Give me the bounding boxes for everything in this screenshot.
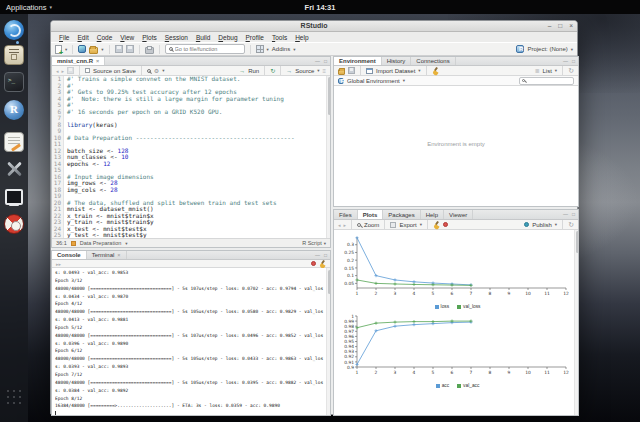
open-file-icon[interactable]: [89, 47, 98, 54]
close-window-icon[interactable]: ×: [569, 23, 573, 30]
console-scrollbar[interactable]: [326, 268, 330, 415]
remove-plot-icon[interactable]: [433, 221, 440, 228]
import-dataset-button[interactable]: Import Dataset: [376, 68, 415, 74]
close-icon[interactable]: ×: [117, 252, 120, 258]
dock-icon-system-tools[interactable]: [4, 159, 24, 179]
dock-icon-r-console[interactable]: [4, 100, 24, 120]
scope-selector[interactable]: Global Environment: [347, 78, 400, 84]
dock-icon-display-settings[interactable]: [4, 187, 24, 207]
rerun-icon[interactable]: ↻: [270, 67, 275, 74]
print-icon[interactable]: [145, 47, 154, 54]
save-source-icon[interactable]: [67, 67, 74, 74]
refresh-icon[interactable]: ↻: [568, 67, 574, 74]
back-icon[interactable]: ◂: [56, 68, 59, 74]
editor-scrollbar[interactable]: [326, 76, 330, 238]
menu-plots[interactable]: Plots: [138, 34, 160, 41]
environment-tab-connections[interactable]: Connections: [411, 57, 455, 65]
import-dataset-dropdown-icon[interactable]: ▾: [418, 68, 420, 73]
console-tab-terminal[interactable]: Terminal×: [87, 251, 127, 259]
clear-all-plots-icon[interactable]: [443, 222, 449, 228]
menu-profile[interactable]: Profile: [242, 34, 268, 41]
load-workspace-icon[interactable]: [338, 69, 345, 75]
environment-tab-history[interactable]: History: [382, 57, 412, 65]
goto-file-box[interactable]: [165, 44, 245, 54]
scope-dropdown-icon[interactable]: ▾: [403, 78, 405, 83]
save-all-icon[interactable]: [126, 45, 134, 53]
export-dropdown-icon[interactable]: ▾: [420, 222, 422, 227]
tab-mnist-cnn[interactable]: mnist_cnn.R ×: [52, 57, 105, 65]
environment-tab-environment[interactable]: Environment: [334, 57, 382, 65]
minimize-pane-icon[interactable]: —: [563, 59, 568, 64]
dock-icon-archive-manager[interactable]: [4, 45, 24, 65]
maximize-pane-icon[interactable]: □: [324, 253, 327, 258]
environment-search-box[interactable]: [519, 77, 574, 85]
menu-view[interactable]: View: [116, 34, 138, 41]
save-workspace-icon[interactable]: [348, 67, 355, 74]
section-dropdown-icon[interactable]: ▾: [125, 241, 127, 246]
pane-layout-dropdown-icon[interactable]: ▾: [267, 47, 269, 52]
list-view-dropdown-icon[interactable]: ▾: [555, 68, 557, 73]
recent-files-dropdown-icon[interactable]: ▾: [101, 47, 103, 52]
menu-edit[interactable]: Edit: [74, 34, 93, 41]
files-tab-packages[interactable]: Packages: [383, 210, 420, 219]
minimize-window-icon[interactable]: ‒: [548, 23, 552, 30]
zoom-plot-button[interactable]: Zoom: [364, 222, 379, 228]
clear-environment-icon[interactable]: [432, 67, 439, 74]
find-replace-icon[interactable]: [147, 69, 151, 73]
menu-code[interactable]: Code: [93, 34, 117, 41]
publish-button[interactable]: Publish: [532, 222, 552, 228]
run-button[interactable]: Run: [248, 68, 259, 74]
minimize-pane-icon[interactable]: —: [315, 253, 320, 258]
save-icon[interactable]: [115, 45, 123, 53]
goto-file-input[interactable]: [175, 46, 241, 52]
section-selector[interactable]: Data Preparation: [80, 240, 122, 246]
menu-file[interactable]: File: [55, 34, 74, 41]
source-button[interactable]: Source: [295, 68, 314, 74]
code-editor[interactable]: 1#' Trains a simple convnet on the MNIST…: [52, 76, 330, 238]
file-type-dropdown-icon[interactable]: ▾: [324, 241, 326, 246]
menu-help[interactable]: Help: [291, 34, 312, 41]
refresh-plots-icon[interactable]: ↻: [568, 221, 574, 228]
menu-debug[interactable]: Debug: [214, 34, 241, 41]
interrupt-r-icon[interactable]: [311, 261, 317, 267]
menu-build[interactable]: Build: [192, 34, 214, 41]
dock-icon-terminal[interactable]: [4, 72, 24, 92]
dock-icon-help-viewer[interactable]: [4, 214, 24, 234]
maximize-pane-icon[interactable]: □: [324, 59, 327, 64]
project-button[interactable]: Project: (None): [527, 46, 567, 52]
list-view-button[interactable]: List: [543, 68, 552, 74]
next-plot-icon[interactable]: ▸: [344, 222, 347, 228]
new-project-icon[interactable]: [78, 45, 86, 53]
files-tab-plots[interactable]: Plots: [358, 210, 384, 219]
title-bar[interactable]: RStudio ‒ □ ×: [51, 21, 577, 32]
dock-icon-text-editor[interactable]: [4, 132, 24, 152]
files-tab-files[interactable]: Files: [334, 210, 358, 219]
maximize-pane-icon[interactable]: □: [572, 212, 575, 217]
export-plot-button[interactable]: Export: [399, 222, 416, 228]
minimize-pane-icon[interactable]: —: [563, 212, 568, 217]
file-type-selector[interactable]: R Script: [302, 240, 322, 246]
files-tab-help[interactable]: Help: [421, 210, 444, 219]
dock-icon-web-browser[interactable]: [4, 20, 24, 40]
source-dropdown-icon[interactable]: ▾: [317, 68, 319, 73]
code-tools-icon[interactable]: ⚙: [154, 67, 159, 74]
addins-dropdown-icon[interactable]: ▾: [293, 47, 295, 52]
files-tab-viewer[interactable]: Viewer: [444, 210, 473, 219]
environment-search-input[interactable]: [527, 78, 571, 84]
new-file-icon[interactable]: [55, 45, 62, 54]
source-on-save-checkbox[interactable]: [85, 68, 90, 73]
console-nav-icon[interactable]: ▸▸: [56, 261, 61, 267]
close-icon[interactable]: ×: [96, 58, 99, 64]
console-tab-console[interactable]: Console: [52, 251, 87, 259]
minimize-pane-icon[interactable]: —: [315, 59, 320, 64]
maximize-window-icon[interactable]: □: [558, 23, 562, 30]
console-output[interactable]: s: 0.0493 - val_acc: 0.9853Epoch 3/12480…: [52, 268, 330, 415]
pane-layout-icon[interactable]: [256, 45, 264, 53]
new-file-dropdown-icon[interactable]: ▾: [65, 47, 67, 52]
maximize-pane-icon[interactable]: □: [572, 59, 575, 64]
menu-session[interactable]: Session: [161, 34, 192, 41]
document-outline-icon[interactable]: ≡: [322, 68, 326, 74]
plots-scrollbar[interactable]: [574, 230, 578, 415]
forward-icon[interactable]: ▸: [62, 68, 65, 74]
menu-tools[interactable]: Tools: [268, 34, 291, 41]
